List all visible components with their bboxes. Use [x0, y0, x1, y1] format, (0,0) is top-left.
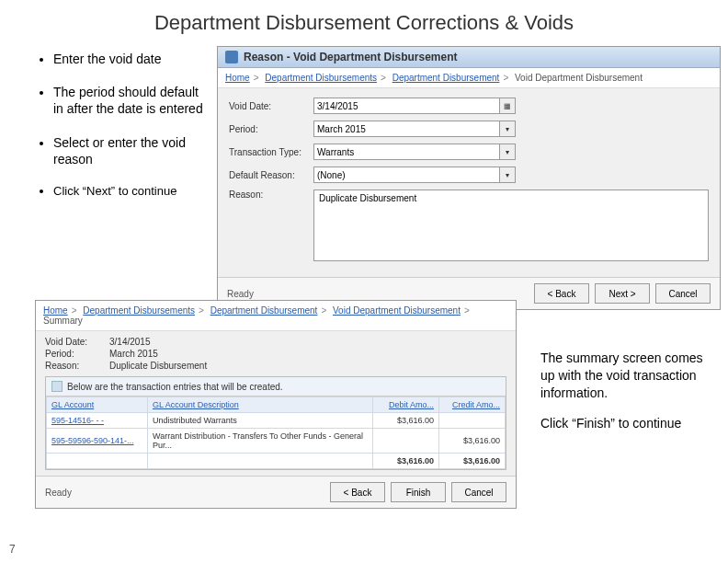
sum-reason-value: Duplicate Disbursement [109, 361, 207, 371]
cell-debit: $3,616.00 [373, 413, 439, 429]
status-text: Ready [45, 488, 324, 498]
cell-credit [439, 413, 506, 429]
note-paragraph: Click “Finish” to continue [540, 415, 706, 432]
reason-label: Reason: [229, 190, 313, 200]
cell-description: Warrant Distribution - Transfers To Othe… [148, 429, 373, 454]
window-titlebar: Reason - Void Department Disbursement [218, 47, 720, 68]
table-total-row: $3,616.00 $3,616.00 [47, 454, 506, 469]
sum-period-label: Period: [45, 349, 109, 359]
void-date-label: Void Date: [229, 101, 313, 111]
cancel-button[interactable]: Cancel [655, 283, 711, 304]
col-credit[interactable]: Credit Amo... [439, 397, 506, 413]
crumb-home[interactable]: Home [225, 73, 250, 83]
bullet-item: Enter the void date [53, 51, 207, 67]
back-button[interactable]: < Back [534, 283, 589, 304]
dropdown-icon[interactable]: ▾ [499, 144, 516, 160]
crumb-dept-disbursement[interactable]: Department Disbursement [210, 305, 318, 316]
breadcrumb: Home> Department Disbursements> Departme… [218, 68, 720, 88]
dropdown-icon[interactable]: ▾ [499, 121, 516, 137]
bullet-list: Enter the void date The period should de… [37, 51, 207, 216]
crumb-current: Summary [43, 316, 83, 326]
sum-void-date-value: 3/14/2015 [109, 337, 151, 347]
void-date-input[interactable] [313, 98, 500, 114]
col-gl-account[interactable]: GL Account [47, 397, 148, 413]
table-header-row: GL Account GL Account Description Debit … [47, 397, 506, 413]
cell-gl-account[interactable]: 595-59596-590-141-... [47, 429, 148, 454]
crumb-dept-disbursement[interactable]: Department Disbursement [392, 73, 500, 83]
crumb-home[interactable]: Home [43, 305, 68, 316]
back-button[interactable]: < Back [330, 482, 385, 502]
period-input[interactable] [313, 121, 500, 137]
bullet-item: Click “Next” to continue [53, 184, 207, 200]
crumb-dept-disbursements[interactable]: Department Disbursements [83, 305, 195, 316]
info-icon [51, 381, 63, 392]
crumb-dept-disbursements[interactable]: Department Disbursements [265, 73, 377, 83]
summary-window: Home> Department Disbursements> Departme… [35, 300, 517, 509]
default-reason-label: Default Reason: [229, 170, 313, 180]
crumb-current: Void Department Disbursement [515, 73, 643, 83]
reason-textarea[interactable]: Duplicate Disbursement [314, 190, 708, 260]
side-notes: The summary screen comes up with the voi… [540, 350, 706, 445]
breadcrumb: Home> Department Disbursements> Departme… [36, 301, 516, 331]
note-paragraph: The summary screen comes up with the voi… [540, 350, 706, 402]
sum-period-value: March 2015 [109, 349, 158, 359]
table-row: 595-59596-590-141-... Warrant Distributi… [47, 429, 506, 454]
finish-button[interactable]: Finish [391, 482, 446, 502]
next-button[interactable]: Next > [595, 283, 650, 304]
txn-type-input[interactable] [313, 144, 500, 160]
cell-credit: $3,616.00 [439, 429, 506, 454]
table-row: 595-14516- - - Undistributed Warrants $3… [47, 413, 506, 429]
period-label: Period: [229, 124, 313, 134]
sum-reason-label: Reason: [45, 361, 109, 371]
bullet-item: Select or enter the void reason [53, 134, 207, 167]
bullet-item: The period should default in after the d… [53, 84, 207, 117]
total-debit: $3,616.00 [373, 454, 439, 469]
dropdown-icon[interactable]: ▾ [499, 167, 516, 183]
transaction-grid: Below are the transaction entries that w… [45, 376, 506, 470]
col-description[interactable]: GL Account Description [148, 397, 373, 413]
cell-gl-account[interactable]: 595-14516- - - [47, 413, 148, 429]
calendar-icon[interactable]: ▦ [499, 98, 516, 114]
txn-type-label: Transaction Type: [229, 147, 313, 157]
slide-title: Department Disbursement Corrections & Vo… [0, 0, 728, 42]
col-debit[interactable]: Debit Amo... [373, 397, 439, 413]
total-credit: $3,616.00 [439, 454, 506, 469]
default-reason-input[interactable] [313, 167, 500, 183]
status-text: Ready [227, 289, 529, 299]
window-title: Reason - Void Department Disbursement [244, 51, 458, 63]
cell-debit [373, 429, 439, 454]
crumb-void[interactable]: Void Department Disbursement [333, 305, 461, 316]
cancel-button[interactable]: Cancel [451, 482, 506, 502]
reason-window: Reason - Void Department Disbursement Ho… [217, 46, 721, 310]
grid-info-text: Below are the transaction entries that w… [67, 382, 283, 392]
cell-description: Undistributed Warrants [148, 413, 373, 429]
app-icon [225, 51, 238, 63]
sum-void-date-label: Void Date: [45, 337, 109, 347]
page-number: 7 [9, 543, 16, 556]
